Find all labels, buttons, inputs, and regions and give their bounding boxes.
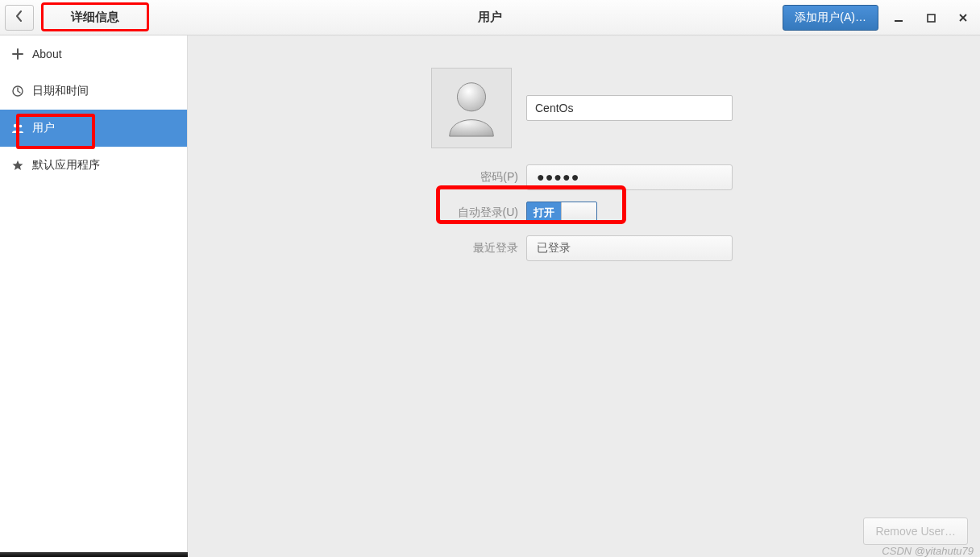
password-row: 密码(P) ●●●●● xyxy=(188,160,980,195)
recent-label: 最近登录 xyxy=(188,241,526,256)
password-label: 密码(P) xyxy=(188,170,526,185)
svg-point-4 xyxy=(19,125,23,128)
password-dots: ●●●●● xyxy=(537,170,579,185)
autologin-toggle[interactable]: 打开 xyxy=(526,202,597,224)
sidebar-item-datetime[interactable]: 日期和时间 xyxy=(0,73,187,110)
sidebar: About 日期和时间 用户 默认应用程序 xyxy=(0,35,188,557)
form: 密码(P) ●●●●● 自动登录(U) 打开 最近登录 xyxy=(188,160,980,266)
password-button[interactable]: ●●●●● xyxy=(526,164,733,190)
back-button[interactable] xyxy=(5,5,34,31)
users-icon xyxy=(11,123,24,134)
details-title-label: 详细信息 xyxy=(71,10,119,25)
plus-icon xyxy=(11,48,24,60)
user-avatar-icon xyxy=(440,75,503,141)
svg-point-3 xyxy=(14,124,17,127)
svg-point-5 xyxy=(457,83,485,111)
svg-rect-0 xyxy=(895,20,903,22)
sidebar-item-label: 默认应用程序 xyxy=(32,158,100,173)
main-content: 密码(P) ●●●●● 自动登录(U) 打开 最近登录 xyxy=(188,35,980,557)
sidebar-item-label: 用户 xyxy=(32,121,55,135)
svg-rect-1 xyxy=(928,15,935,22)
toggle-knob xyxy=(561,202,596,223)
recent-row: 最近登录 已登录 xyxy=(188,231,980,266)
recent-login-button[interactable]: 已登录 xyxy=(526,235,733,261)
sidebar-item-default-apps[interactable]: 默认应用程序 xyxy=(0,147,187,184)
sidebar-item-label: About xyxy=(32,48,62,60)
header-bar: 详细信息 用户 添加用户(A)… xyxy=(0,0,980,35)
recent-login-value: 已登录 xyxy=(537,241,571,256)
clock-icon xyxy=(11,85,24,97)
sidebar-item-label: 日期和时间 xyxy=(32,84,89,98)
close-button[interactable] xyxy=(957,13,969,23)
chevron-left-icon xyxy=(15,10,23,24)
user-name-input[interactable] xyxy=(526,95,733,121)
add-user-label: 添加用户(A)… xyxy=(795,10,866,25)
window-title: 用户 xyxy=(478,10,502,25)
autologin-label: 自动登录(U) xyxy=(188,206,526,220)
star-icon xyxy=(11,160,24,171)
bottom-edge xyxy=(0,552,188,557)
avatar-button[interactable] xyxy=(431,68,512,148)
watermark-text: CSDN @yitahutu79 xyxy=(882,545,974,557)
sidebar-item-about[interactable]: About xyxy=(0,35,187,73)
profile-row xyxy=(431,68,980,148)
maximize-button[interactable] xyxy=(925,14,936,23)
minimize-button[interactable] xyxy=(893,13,904,23)
remove-user-button[interactable]: Remove User… xyxy=(863,518,968,545)
details-title-box: 详细信息 xyxy=(41,2,149,31)
remove-user-label: Remove User… xyxy=(875,525,956,538)
toggle-on-label: 打开 xyxy=(527,202,561,223)
autologin-row: 自动登录(U) 打开 xyxy=(188,195,980,231)
window-controls xyxy=(893,0,980,35)
add-user-button[interactable]: 添加用户(A)… xyxy=(783,5,878,31)
sidebar-item-users[interactable]: 用户 xyxy=(0,110,187,147)
body: About 日期和时间 用户 默认应用程序 xyxy=(0,35,980,557)
